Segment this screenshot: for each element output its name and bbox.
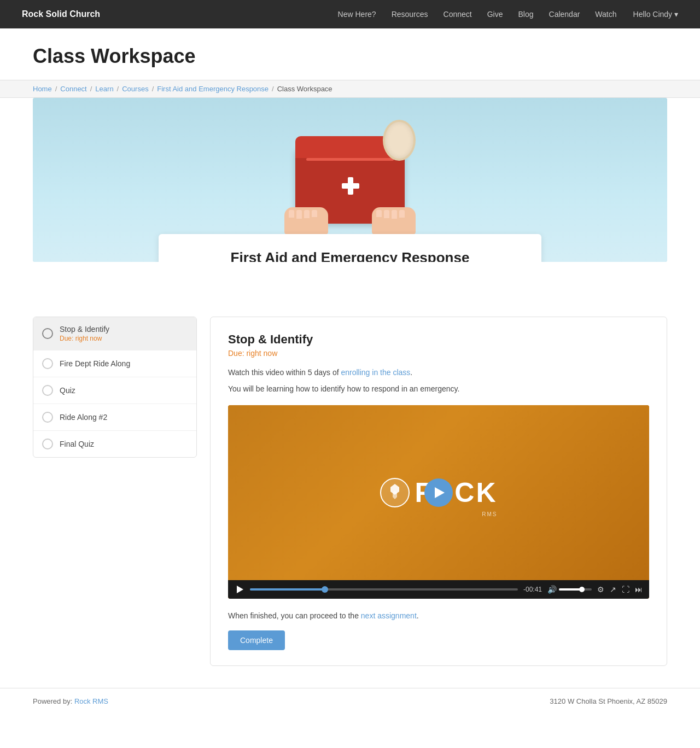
video-logo: R CK RMS [380,477,497,509]
video-main-area[interactable]: R CK RMS [228,405,649,580]
video-time: -00:41 [523,586,542,593]
page-title: Class Workspace [33,45,667,68]
breadcrumb-home[interactable]: Home [33,85,52,93]
play-pause-button[interactable] [235,585,244,594]
sidebar-item-text-1: Stop & Identify Due: right now [60,325,188,342]
volume-fill [559,588,582,591]
assignment-title: Stop & Identify [228,332,649,347]
forward-icon[interactable]: ⏭ [635,585,643,594]
main-content: Stop & Identify Due: right now Fire Dept… [33,262,667,688]
sidebar-item-stop-identify[interactable]: Stop & Identify Due: right now [33,317,196,350]
nav-links: New Here? Resources Connect Give Blog Ca… [338,9,617,19]
hero-card: First Aid and Emergency Response Learn c… [159,234,541,262]
nav-connect[interactable]: Connect [444,10,472,19]
breadcrumb: Home / Connect / Learn / Courses / First… [0,80,700,98]
play-icon [237,586,243,593]
breadcrumb-sep-1: / [55,85,57,93]
footer: Powered by: Rock RMS 3120 W Cholla St Ph… [0,688,700,714]
breadcrumb-sep-3: / [117,85,119,93]
breadcrumb-sep-4: / [152,85,154,93]
powered-by-text: Powered by: [33,697,72,705]
video-controls: -00:41 🔊 ⚙ ↗ ⛶ ⏭ [228,580,649,599]
footer-address: 3120 W Cholla St Phoenix, AZ 85029 [550,697,667,705]
sidebar-item-final-quiz[interactable]: Final Quiz [33,431,196,457]
complete-button[interactable]: Complete [228,630,285,650]
play-button-overlay[interactable] [424,478,453,507]
content-panel: Stop & Identify Due: right now Watch thi… [210,317,667,666]
nav-new-here[interactable]: New Here? [338,10,376,19]
breadcrumb-learn[interactable]: Learn [95,85,113,93]
breadcrumb-courses[interactable]: Courses [122,85,148,93]
breadcrumb-course[interactable]: First Aid and Emergency Response [157,85,269,93]
footer-powered-by: Powered by: Rock RMS [33,697,108,705]
video-player: R CK RMS -00:41 🔊 [228,405,649,599]
navbar: Rock Solid Church New Here? Resources Co… [0,0,700,28]
radio-stop-identify [42,328,53,339]
nav-watch[interactable]: Watch [595,10,616,19]
video-ctrl-icons: ⚙ ↗ ⛶ ⏭ [597,585,643,594]
video-progress-bar[interactable] [250,588,518,591]
rock-rms-emblem-icon [380,477,410,508]
volume-thumb [579,587,585,592]
sidebar-item-fire-dept[interactable]: Fire Dept Ride Along [33,350,196,377]
nav-resources[interactable]: Resources [392,10,428,19]
radio-final-quiz [42,439,53,449]
site-brand: Rock Solid Church [22,9,100,19]
volume-control: 🔊 [547,585,592,594]
radio-quiz [42,385,53,396]
finish-text: When finished, you can proceed to the ne… [228,610,649,622]
assignment-sidebar: Stop & Identify Due: right now Fire Dept… [33,317,197,458]
rms-label: RMS [482,511,497,517]
assignment-desc2: You will be learning how to identify how… [228,383,649,395]
radio-fire-dept [42,358,53,369]
rock-rms-link[interactable]: Rock RMS [74,697,108,705]
next-assignment-link[interactable]: next assignment [361,611,417,620]
video-progress-fill [250,588,325,591]
nav-blog[interactable]: Blog [518,10,534,19]
page-header: Class Workspace [0,28,700,80]
sidebar-item-text-4: Ride Along #2 [60,413,188,422]
fullscreen-icon[interactable]: ⛶ [622,585,629,594]
volume-icon[interactable]: 🔊 [547,585,557,594]
sidebar-label-final-quiz: Final Quiz [60,440,188,448]
sidebar-item-text-2: Fire Dept Ride Along [60,359,188,368]
sidebar-label-quiz: Quiz [60,386,188,395]
sidebar-item-ride-along-2[interactable]: Ride Along #2 [33,404,196,431]
assignment-due: Due: right now [228,349,649,358]
sidebar-label-ride-along-2: Ride Along #2 [60,413,188,422]
user-menu[interactable]: Hello Cindy ▾ [633,10,678,19]
sidebar-item-text-5: Final Quiz [60,440,188,448]
video-progress-thumb [322,586,328,593]
breadcrumb-current: Class Workspace [277,85,332,93]
sidebar-item-quiz[interactable]: Quiz [33,377,196,404]
volume-bar[interactable] [559,588,592,591]
sidebar-label-stop-identify: Stop & Identify [60,325,188,334]
enroll-link[interactable]: enrolling in the class [341,368,410,377]
assignment-desc1: Watch this video within 5 days of enroll… [228,366,649,378]
breadcrumb-sep-2: / [90,85,92,93]
nav-give[interactable]: Give [487,10,503,19]
sidebar-item-text-3: Quiz [60,386,188,395]
radio-ride-along-2 [42,412,53,423]
hero-banner: First Aid and Emergency Response Learn c… [33,98,667,262]
course-title: First Aid and Emergency Response [180,249,520,262]
nav-calendar[interactable]: Calendar [549,10,580,19]
play-triangle-icon [435,487,445,498]
breadcrumb-connect[interactable]: Connect [60,85,86,93]
settings-icon[interactable]: ⚙ [597,585,604,594]
share-icon[interactable]: ↗ [610,585,616,594]
sidebar-label-fire-dept: Fire Dept Ride Along [60,359,188,368]
breadcrumb-sep-5: / [272,85,274,93]
sidebar-due-stop-identify: Due: right now [60,335,188,342]
